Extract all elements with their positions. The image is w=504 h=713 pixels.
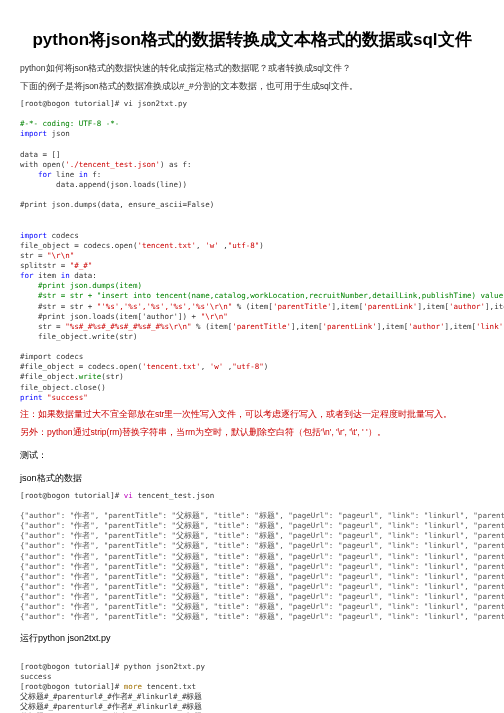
- term-line: [root@bogon tutorial]# python json2txt.p…: [20, 662, 205, 671]
- str: 'link': [476, 322, 503, 331]
- json-line: {"author": "作者", "parentTitle": "父标题", "…: [20, 531, 504, 540]
- json-line: {"author": "作者", "parentTitle": "父标题", "…: [20, 592, 504, 601]
- str: 'author': [408, 322, 444, 331]
- json-line: {"author": "作者", "parentTitle": "父标题", "…: [20, 511, 504, 520]
- json-line: {"author": "作者", "parentTitle": "父标题", "…: [20, 552, 504, 561]
- shell-cmd-1: [root@bogon tutorial]# vi json2txt.py: [20, 99, 484, 109]
- txt: data:: [70, 271, 97, 280]
- txt: splitstr =: [20, 261, 70, 270]
- str: 'author': [449, 302, 485, 311]
- shell-cmd-2: [root@bogon tutorial]# vi tencent_test.j…: [20, 491, 484, 501]
- str: 'parentLink': [363, 302, 417, 311]
- txt: tencent.txt: [142, 682, 196, 691]
- txt: #print json.loads(item['author']) +: [20, 312, 201, 321]
- kw-for: for: [20, 271, 34, 280]
- txt: % (item[: [232, 302, 273, 311]
- txt: (str): [101, 372, 124, 381]
- code-line: data = []: [20, 150, 61, 159]
- str: 'w': [205, 241, 219, 250]
- txt: ],item[: [485, 302, 504, 311]
- str: 'parentTitle': [273, 302, 332, 311]
- out-line: 父标题#_#parenturl#_#作者#_#linkurl#_#标题: [20, 692, 202, 701]
- txt: codecs: [47, 231, 79, 240]
- str: "%s#_#%s#_#%s#_#%s#_#%s\r\n": [65, 322, 191, 331]
- intro-1: python如何将json格式的数据快速的转化成指定格式的数据呢？或者转换成sq…: [20, 63, 484, 75]
- str: "utf-8": [232, 362, 264, 371]
- txt: ,: [196, 241, 205, 250]
- txt: ],item[: [444, 322, 476, 331]
- page-title: python将json格式的数据转换成文本格式的数据或sql文件: [20, 28, 484, 51]
- json-line: {"author": "作者", "parentTitle": "父标题", "…: [20, 602, 504, 611]
- code-line: data.append(json.loads(line)): [20, 180, 187, 189]
- code-line: file_object.close(): [20, 383, 106, 392]
- kw-import: import: [20, 231, 47, 240]
- txt: ): [259, 241, 264, 250]
- code-line: #-*- coding: UTF-8 -*-: [20, 119, 119, 128]
- more-cmd: more: [124, 682, 142, 691]
- txt: str =: [20, 322, 65, 331]
- txt: f:: [88, 170, 102, 179]
- str: 'tencent.txt': [142, 362, 201, 371]
- code-line: #print json.dumps(data, ensure_ascii=Fal…: [20, 200, 214, 209]
- str: 'w': [210, 362, 224, 371]
- txt: tencent_test.json: [133, 491, 214, 500]
- term-line: success: [20, 672, 52, 681]
- code-line: file_object.write(str): [20, 332, 137, 341]
- code-line: #print json.dumps(item): [20, 281, 142, 290]
- txt: ],item[: [417, 302, 449, 311]
- txt: ],item[: [377, 322, 409, 331]
- code-line: #import codecs: [20, 352, 83, 361]
- txt: str =: [20, 251, 47, 260]
- str: "#_#": [70, 261, 93, 270]
- test-heading: 测试：: [20, 449, 484, 462]
- txt: ,: [219, 241, 228, 250]
- txt: % (item[: [192, 322, 233, 331]
- txt: json: [47, 129, 70, 138]
- txt: ],item[: [332, 302, 364, 311]
- terminal-output: [root@bogon tutorial]# python json2txt.p…: [20, 651, 484, 713]
- json-line: {"author": "作者", "parentTitle": "父标题", "…: [20, 541, 504, 550]
- str: "success": [47, 393, 88, 402]
- str: 'parentLink': [323, 322, 377, 331]
- run-heading: 运行python json2txt.py: [20, 632, 484, 645]
- txt: ],item[: [291, 322, 323, 331]
- str: "\r\n": [201, 312, 228, 321]
- code-line: #str = str + "insert into tencent(name,c…: [20, 291, 504, 300]
- json-heading: json格式的数据: [20, 472, 484, 485]
- vi-cmd: vi: [124, 491, 133, 500]
- code-block-1: #-*- coding: UTF-8 -*- import json data …: [20, 109, 484, 403]
- str: "\r\n": [47, 251, 74, 260]
- txt: item: [34, 271, 61, 280]
- out-line: 父标题#_#parenturl#_#作者#_#linkurl#_#标题: [20, 702, 202, 711]
- note-2: 另外：python通过strip(rm)替换字符串，当rm为空时，默认删除空白符…: [20, 427, 484, 439]
- txt: ,: [223, 362, 232, 371]
- prompt: [root@bogon tutorial]#: [20, 682, 124, 691]
- str: 'parentTitle': [232, 322, 291, 331]
- txt: #file_object = codecs.open(: [20, 362, 142, 371]
- intro-2: 下面的例子是将json格式的数据准换成以#_#分割的文本数据，也可用于生成sql…: [20, 81, 484, 93]
- json-line: {"author": "作者", "parentTitle": "父标题", "…: [20, 521, 504, 530]
- txt: #file_object.: [20, 372, 79, 381]
- kw-print: print: [20, 393, 43, 402]
- prompt: [root@bogon tutorial]#: [20, 491, 124, 500]
- txt: ): [264, 362, 269, 371]
- kw-import: import: [20, 129, 47, 138]
- txt: file_object = codecs.open(: [20, 241, 137, 250]
- json-data-block: {"author": "作者", "parentTitle": "父标题", "…: [20, 501, 484, 623]
- txt: line: [52, 170, 79, 179]
- json-line: {"author": "作者", "parentTitle": "父标题", "…: [20, 612, 504, 621]
- json-line: {"author": "作者", "parentTitle": "父标题", "…: [20, 562, 504, 571]
- str: "utf-8": [228, 241, 260, 250]
- json-line: {"author": "作者", "parentTitle": "父标题", "…: [20, 572, 504, 581]
- kw-in: in: [79, 170, 88, 179]
- txt: ) as f:: [160, 160, 192, 169]
- txt: write: [79, 372, 102, 381]
- txt: ,: [201, 362, 210, 371]
- txt: with open(: [20, 160, 65, 169]
- kw-in: in: [61, 271, 70, 280]
- txt: #str = str +: [20, 302, 97, 311]
- kw-for: for: [20, 170, 52, 179]
- str: "'%s','%s','%s','%s','%s'\r\n": [97, 302, 232, 311]
- str: './tencent_test.json': [65, 160, 160, 169]
- str: 'tencent.txt': [137, 241, 196, 250]
